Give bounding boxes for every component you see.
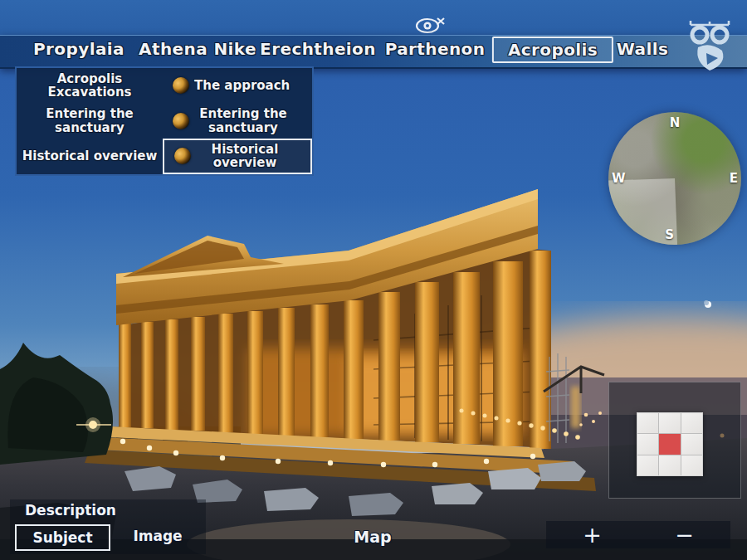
owl-logo-icon bbox=[684, 19, 735, 72]
virtual-tour-app: Propylaia Athena Nike Erechtheion Parthe… bbox=[0, 0, 747, 560]
compass-west-label: W bbox=[612, 171, 626, 186]
hide-interface-button[interactable] bbox=[413, 12, 449, 37]
submenu-subject-entering-the-sanctuary[interactable]: Entering the sanctuary bbox=[17, 104, 163, 139]
nav-item-propylaia[interactable]: Propylaia bbox=[33, 39, 124, 59]
nav-item-acropolis[interactable]: Acropolis bbox=[492, 37, 613, 63]
compass-north-label: N bbox=[670, 115, 681, 130]
submenu-pano-the-approach[interactable]: The approach bbox=[163, 68, 312, 104]
compass-south-label: S bbox=[665, 227, 674, 242]
map-button[interactable]: Map bbox=[354, 528, 391, 546]
moon-sphere-icon bbox=[173, 77, 189, 94]
moon-sphere-icon bbox=[174, 148, 191, 164]
tile-cell[interactable] bbox=[681, 434, 702, 454]
zoom-out-button[interactable]: − bbox=[638, 523, 730, 548]
tile-cell[interactable] bbox=[681, 455, 702, 475]
tile-cell-active[interactable] bbox=[659, 434, 680, 454]
image-tab[interactable]: Image bbox=[133, 528, 182, 544]
acropolis-submenu: Acropolis Excavations The approach Enter… bbox=[15, 66, 314, 176]
top-band bbox=[0, 0, 747, 35]
description-button[interactable]: Description bbox=[25, 502, 116, 519]
tile-navigator-panel bbox=[608, 382, 741, 499]
tile-cell[interactable] bbox=[659, 413, 680, 433]
tour-logo-button[interactable] bbox=[684, 19, 735, 72]
field-of-view-wedge bbox=[608, 112, 741, 245]
submenu-pano-entering-the-sanctuary[interactable]: Entering the sanctuary bbox=[163, 104, 312, 139]
submenu-subject-acropolis-excavations[interactable]: Acropolis Excavations bbox=[17, 68, 163, 104]
tile-cell[interactable] bbox=[659, 455, 680, 475]
nav-item-erechtheion[interactable]: Erechtheion bbox=[260, 39, 376, 59]
submenu-pano-historical-overview-selected[interactable]: Historical overview bbox=[163, 139, 312, 174]
tile-cell[interactable] bbox=[637, 413, 658, 433]
nav-item-parthenon[interactable]: Parthenon bbox=[385, 39, 486, 59]
tile-cell[interactable] bbox=[637, 455, 658, 475]
submenu-subject-historical-overview[interactable]: Historical overview bbox=[17, 139, 163, 174]
compass-east-label: E bbox=[730, 171, 738, 186]
tile-cell[interactable] bbox=[681, 413, 702, 433]
compass-minimap[interactable]: N W E S bbox=[608, 112, 741, 245]
nav-item-walls[interactable]: Walls bbox=[617, 39, 668, 59]
tile-grid bbox=[637, 412, 703, 476]
moon-sphere-icon bbox=[173, 113, 189, 129]
zoom-in-button[interactable]: + bbox=[546, 523, 638, 548]
zoom-bar: + − bbox=[546, 521, 730, 548]
nav-item-athena-nike[interactable]: Athena Nike bbox=[139, 39, 256, 59]
eye-crossed-icon bbox=[413, 12, 449, 37]
subject-tab-selected[interactable]: Subject bbox=[15, 524, 110, 551]
tile-cell[interactable] bbox=[637, 434, 658, 454]
